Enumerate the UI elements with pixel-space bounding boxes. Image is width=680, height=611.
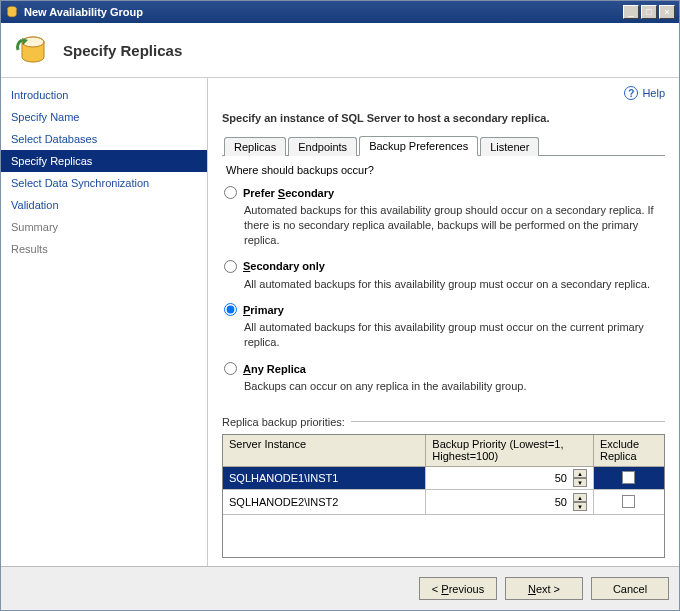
backup-option-desc: Backups can occur on any replica in the …: [244, 379, 663, 394]
instruction-text: Specify an instance of SQL Server to hos…: [222, 112, 665, 124]
backup-option-label: Primary: [243, 304, 284, 316]
close-button[interactable]: ×: [659, 5, 675, 19]
content-pane: ? Help Specify an instance of SQL Server…: [208, 78, 679, 566]
cell-exclude-replica[interactable]: [593, 467, 664, 490]
backup-option: Prefer SecondaryAutomated backups for th…: [224, 186, 663, 248]
wizard-window: New Availability Group _ □ × Specify Rep…: [0, 0, 680, 611]
cell-server-instance[interactable]: SQLHANODE2\INST2: [223, 490, 426, 515]
col-backup-priority[interactable]: Backup Priority (Lowest=1, Highest=100): [426, 435, 594, 467]
priority-value: 50: [432, 472, 571, 484]
backup-option-desc: Automated backups for this availability …: [244, 203, 663, 248]
help-row: ? Help: [222, 86, 665, 100]
header-icon: [11, 30, 51, 70]
sidebar-item-validation[interactable]: Validation: [1, 194, 207, 216]
sidebar-item-select-databases[interactable]: Select Databases: [1, 128, 207, 150]
sidebar-item-specify-replicas[interactable]: Specify Replicas: [1, 150, 207, 172]
cancel-button[interactable]: Cancel: [591, 577, 669, 600]
exclude-checkbox[interactable]: [622, 471, 635, 484]
exclude-checkbox[interactable]: [622, 495, 635, 508]
tab-endpoints[interactable]: Endpoints: [288, 137, 357, 156]
titlebar-left: New Availability Group: [5, 5, 143, 19]
backup-option-label: Prefer Secondary: [243, 187, 334, 199]
cell-backup-priority[interactable]: 50▲▼: [426, 467, 594, 490]
page-title: Specify Replicas: [63, 42, 182, 59]
sidebar-item-results[interactable]: Results: [1, 238, 207, 260]
backup-option-radio[interactable]: [224, 303, 237, 316]
tab-replicas[interactable]: Replicas: [224, 137, 286, 156]
backup-option-desc: All automated backups for this availabil…: [244, 320, 663, 350]
wizard-header: Specify Replicas: [1, 23, 679, 78]
app-icon: [5, 5, 19, 19]
help-icon: ?: [624, 86, 638, 100]
backup-option: Any ReplicaBackups can occur on any repl…: [224, 362, 663, 394]
spin-up-icon[interactable]: ▲: [573, 469, 587, 478]
backup-question: Where should backups occur?: [226, 164, 665, 176]
tab-backup-preferences[interactable]: Backup Preferences: [359, 136, 478, 156]
sidebar-item-introduction[interactable]: Introduction: [1, 84, 207, 106]
wizard-footer: < Previous Next > Cancel: [1, 566, 679, 610]
maximize-button[interactable]: □: [641, 5, 657, 19]
backup-option-label: Secondary only: [243, 260, 325, 272]
cell-exclude-replica[interactable]: [593, 490, 664, 515]
backup-option-desc: All automated backups for this availabil…: [244, 277, 663, 292]
cell-server-instance[interactable]: SQLHANODE1\INST1: [223, 467, 426, 490]
col-server-instance[interactable]: Server Instance: [223, 435, 426, 467]
wizard-body: IntroductionSpecify NameSelect Databases…: [1, 78, 679, 566]
minimize-button[interactable]: _: [623, 5, 639, 19]
sidebar: IntroductionSpecify NameSelect Databases…: [1, 78, 208, 566]
priorities-label: Replica backup priorities:: [222, 416, 345, 428]
sidebar-item-specify-name[interactable]: Specify Name: [1, 106, 207, 128]
priorities-heading: Replica backup priorities:: [222, 416, 665, 428]
window-title: New Availability Group: [24, 6, 143, 18]
backup-options: Prefer SecondaryAutomated backups for th…: [224, 186, 663, 406]
backup-option: PrimaryAll automated backups for this av…: [224, 303, 663, 350]
table-row[interactable]: SQLHANODE1\INST150▲▼: [223, 467, 664, 490]
next-button[interactable]: Next >: [505, 577, 583, 600]
sidebar-item-summary[interactable]: Summary: [1, 216, 207, 238]
cell-backup-priority[interactable]: 50▲▼: [426, 490, 594, 515]
window-controls: _ □ ×: [623, 5, 675, 19]
priorities-grid: Server Instance Backup Priority (Lowest=…: [222, 434, 665, 558]
previous-button[interactable]: < Previous: [419, 577, 497, 600]
backup-option-radio[interactable]: [224, 362, 237, 375]
tab-strip: ReplicasEndpointsBackup PreferencesListe…: [222, 136, 665, 156]
backup-option-radio[interactable]: [224, 260, 237, 273]
spin-down-icon[interactable]: ▼: [573, 478, 587, 487]
sidebar-item-select-data-synchronization[interactable]: Select Data Synchronization: [1, 172, 207, 194]
col-exclude-replica[interactable]: Exclude Replica: [593, 435, 664, 467]
help-link[interactable]: Help: [642, 87, 665, 99]
table-row[interactable]: SQLHANODE2\INST250▲▼: [223, 490, 664, 515]
spin-up-icon[interactable]: ▲: [573, 493, 587, 502]
spin-down-icon[interactable]: ▼: [573, 502, 587, 511]
priority-value: 50: [432, 496, 571, 508]
titlebar: New Availability Group _ □ ×: [1, 1, 679, 23]
divider: [351, 421, 665, 422]
backup-option-label: Any Replica: [243, 363, 306, 375]
tab-listener[interactable]: Listener: [480, 137, 539, 156]
backup-option-radio[interactable]: [224, 186, 237, 199]
backup-option: Secondary onlyAll automated backups for …: [224, 260, 663, 292]
priorities-table: Server Instance Backup Priority (Lowest=…: [223, 435, 664, 516]
